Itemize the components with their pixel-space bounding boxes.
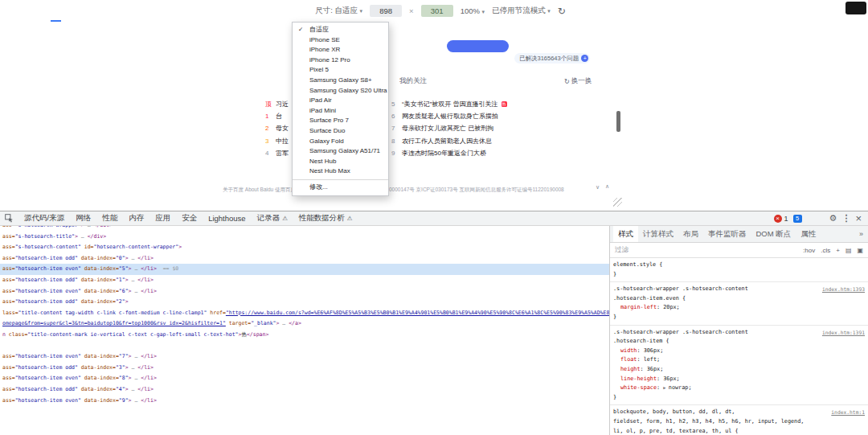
dom-tree-line[interactable]: ass="hotsearch-item odd" data-index="1">… (0, 275, 609, 286)
css-property[interactable]: margin-left: 20px; (613, 303, 868, 313)
tab-my-follow[interactable]: 我的关注 (399, 76, 427, 86)
devtools-tab[interactable]: 网络 (70, 211, 96, 225)
css-selector[interactable]: .hotsearch-item.even { (613, 294, 868, 304)
styles-tab[interactable]: 属性 (796, 226, 821, 242)
device-menu-item[interactable]: Nest Hub (293, 157, 388, 167)
css-source-link[interactable]: index.htm:1 (831, 408, 865, 417)
viewport-scrollbar-thumb[interactable] (616, 111, 620, 132)
device-menu-item[interactable]: iPad Mini (293, 106, 388, 117)
dom-tree-line[interactable]: ass="hotsearch-item odd" data-index="2"> (0, 297, 609, 308)
dom-tree-line[interactable]: ass="hotsearch-item odd" data-index="0">… (0, 253, 609, 265)
device-menu-item[interactable]: iPad Air (293, 96, 388, 106)
chevron-down-icon[interactable]: ∨ (596, 184, 600, 191)
dom-tree-line[interactable]: ass="hotsearch-item odd" data-index="4">… (0, 384, 609, 396)
devtools-tab[interactable]: 内存 (123, 211, 149, 225)
refresh-hotlist-button[interactable]: ↻ 换一换 (564, 76, 592, 86)
devtools-tab[interactable]: 性能 (96, 211, 123, 225)
device-menu-item[interactable]: Samsung Galaxy S20 Ultra (293, 86, 388, 96)
viewport-width-input[interactable]: 898 (370, 5, 402, 17)
device-menu-item[interactable]: Surface Duo (293, 126, 388, 137)
element-style-label[interactable]: element.style (613, 261, 656, 268)
cls-toggle[interactable]: .cls (821, 247, 830, 254)
device-menu-item[interactable]: Pixel 5 (293, 65, 388, 76)
rotate-viewport-icon[interactable]: ↻ (558, 6, 566, 17)
css-property[interactable]: line-height: 36px; (613, 375, 868, 384)
devtools-tab[interactable]: 安全 (176, 211, 203, 225)
gear-icon[interactable]: ⚙ (829, 213, 837, 224)
device-menu-item[interactable]: ✓自适应 (293, 25, 388, 35)
chevron-up-icon[interactable]: ∧ (605, 183, 609, 190)
styles-tab[interactable]: DOM 断点 (751, 226, 796, 242)
grid-icon[interactable]: ▤ (845, 247, 852, 254)
inspect-icon[interactable] (5, 214, 14, 223)
dom-tree-line[interactable]: ass="s-hotsearch-wrapper"> … </div> (0, 226, 609, 232)
zoom-select[interactable]: 100% ▾ (461, 6, 485, 15)
filter-input[interactable]: 过滤 (615, 245, 803, 255)
css-property[interactable]: float: left; (613, 355, 868, 365)
devtools-tab[interactable]: 源代码/来源 (18, 211, 70, 225)
device-menu-item[interactable]: Nest Hub Max (293, 166, 388, 177)
device-menu-item[interactable]: Samsung Galaxy S8+ (293, 76, 388, 86)
dom-tree-line[interactable]: ass="hotsearch-item even" data-index="5"… (0, 264, 609, 275)
dom-tree-line[interactable]: ass="s-hotsearch-title"> … </div> (0, 232, 609, 243)
overflow-chevron-icon[interactable]: » (859, 230, 868, 238)
code-segment: "s-hotsearch-title" (15, 233, 75, 240)
code-segment: … (129, 386, 138, 392)
css-source-link[interactable]: index.htm:1393 (822, 285, 865, 294)
hotsearch-item[interactable]: 5“美女书记”被双开 曾因直播引关注热 (391, 98, 615, 110)
dom-tree-line[interactable]: ass="s-hotsearch-content" id="hotsearch-… (0, 242, 609, 253)
device-menu-item[interactable]: iPhone XR (293, 45, 388, 55)
styles-tab[interactable]: 布局 (678, 226, 703, 242)
hotsearch-item[interactable]: 7母亲砍打女儿致其死亡 已被刑拘 (391, 122, 615, 134)
css-property[interactable]: white-space: ▶ nowrap; (613, 384, 868, 393)
device-menu-item[interactable]: Surface Pro 7 (293, 116, 388, 126)
viewport-resize-grip[interactable] (613, 198, 622, 207)
dom-tree-line[interactable]: lass="title-content tag-width c-link c-f… (0, 308, 609, 319)
css-selector[interactable]: .hotsearch-item { (613, 337, 868, 347)
devtools-tab[interactable]: 性能数据分析⚠ (293, 211, 358, 225)
console-count-badge[interactable]: 5 (793, 215, 802, 223)
dom-tree-line[interactable]: ass="hotsearch-item even" data-index="9"… (0, 396, 609, 407)
dom-tree-line[interactable]: n class="title-content-mark ie-vertical … (0, 330, 609, 341)
hotsearch-item[interactable]: 9李连杰时隔50年重返金门大桥 (391, 147, 615, 159)
hotsearch-item[interactable]: 6网友质疑老人银行取款身亡系摆拍 (391, 110, 615, 122)
dom-tree-line[interactable]: ass="hotsearch-item even" data-index="8"… (0, 373, 609, 384)
code-segment: "title-content-mark ie-vertical c-text c… (27, 331, 238, 338)
css-selector[interactable]: fieldset, form, h1, h2, h3, h4, h5, h6, … (613, 417, 868, 427)
devtools-tab[interactable]: Lighthouse (203, 211, 251, 225)
code-segment: "hotsearch-content-wrapper" (94, 244, 179, 250)
device-menu-item[interactable]: Samsung Galaxy A51/71 (293, 146, 388, 157)
browser-menu-button[interactable] (845, 2, 866, 14)
new-rule-button[interactable]: + (836, 247, 840, 254)
devtools-tab[interactable]: 记录器⚠ (252, 211, 293, 225)
hotsearch-item[interactable]: 8农行工作人员留勤老人因去休息 (391, 135, 615, 147)
styles-tab[interactable]: 计算样式 (638, 226, 678, 242)
kebab-menu-icon[interactable]: ⋮ (841, 213, 850, 224)
css-property[interactable]: width: 306px; (613, 347, 868, 356)
error-icon[interactable]: × (774, 215, 782, 223)
device-menu-item-edit[interactable]: 修改... (293, 183, 388, 193)
dom-tree-line[interactable]: ass="hotsearch-item even" data-index="7"… (0, 351, 609, 363)
dom-tree-line[interactable] (0, 341, 609, 352)
devtools-tab[interactable]: 应用 (149, 211, 176, 225)
close-icon[interactable]: × (855, 212, 862, 224)
dom-tree-line[interactable]: omepage&from=super&cl=3&tn=baidutop10&fr… (0, 318, 609, 330)
baidu-search-button[interactable] (447, 40, 509, 52)
styles-tab[interactable]: 样式 (613, 226, 638, 242)
throttling-select[interactable]: 已停用节流模式 ▾ (492, 6, 551, 16)
css-selector[interactable]: blockquote, body, button, dd, dl, dt, (613, 408, 868, 417)
device-menu-item[interactable]: Galaxy Fold (293, 137, 388, 147)
css-source-link[interactable]: index.htm:1391 (822, 328, 865, 338)
dom-tree-line[interactable]: ass="hotsearch-item odd" data-index="3">… (0, 363, 609, 374)
css-property[interactable]: height: 36px; (613, 365, 868, 375)
panel-toggle-icon[interactable]: ▣ (857, 247, 863, 254)
device-menu-item[interactable]: iPhone 12 Pro (293, 55, 388, 66)
hov-toggle[interactable]: :hov (803, 247, 815, 254)
dimensions-select[interactable]: 尺寸: 自适应 ▾ (315, 6, 362, 16)
device-menu-item[interactable]: iPhone SE (293, 35, 388, 46)
viewport-height-input[interactable]: 301 (421, 5, 453, 17)
styles-tab[interactable]: 事件监听器 (703, 226, 751, 242)
dom-tree-line[interactable]: ass="hotsearch-item even" data-index="6"… (0, 286, 609, 298)
css-selector[interactable]: li, ol, p, pre, td, textarea, th, ul { (613, 427, 868, 435)
solved-questions-badge[interactable]: 已解决3165643个问题 + (514, 53, 590, 64)
